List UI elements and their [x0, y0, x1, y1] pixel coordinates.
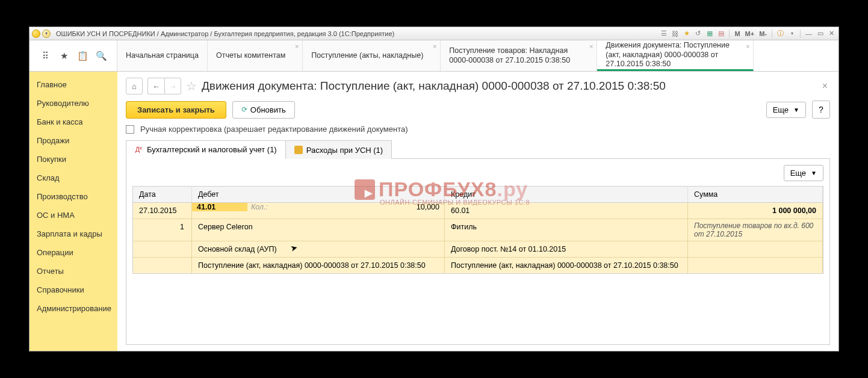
- sidebar-item-sales[interactable]: Продажи: [29, 131, 117, 150]
- main-area: ⌂ ← → ☆ Движения документа: Поступление …: [117, 72, 839, 351]
- sidebar-item-catalogs[interactable]: Справочники: [29, 280, 117, 299]
- tab-reports[interactable]: Отчеты комитентам×: [208, 40, 303, 71]
- panel-more-dropdown-button[interactable]: Еще ▼: [784, 165, 823, 181]
- tab-label: Начальная страница: [126, 51, 199, 61]
- cell-qty-label: Кол.:: [247, 203, 290, 211]
- usn-icon: [294, 146, 303, 154]
- titlebar-icon-1[interactable]: ☰: [659, 29, 668, 38]
- tab-movements[interactable]: Движения документа: Поступление (акт, на…: [597, 40, 754, 71]
- entries-grid: Дата Дебет Кредит Сумма 27.10.2015 41.01…: [132, 186, 823, 274]
- info-dropdown-icon[interactable]: ▾: [787, 29, 796, 38]
- col-date[interactable]: Дата: [133, 187, 192, 202]
- cell-date: 27.10.2015: [133, 203, 192, 218]
- forward-button[interactable]: →: [164, 78, 181, 94]
- col-credit[interactable]: Кредит: [445, 187, 688, 202]
- subtab-label: Расходы при УСН (1): [306, 146, 383, 155]
- tab-label: Поступление товаров: Накладная 0000-0000…: [449, 46, 580, 65]
- sidebar-item-production[interactable]: Производство: [29, 187, 117, 206]
- sidebar-item-warehouse[interactable]: Склад: [29, 169, 117, 187]
- quickbar: ⠿ ★ 📋 🔍: [29, 40, 117, 71]
- sidebar-item-assets[interactable]: ОС и НМА: [29, 206, 117, 225]
- cell-empty: [688, 241, 823, 257]
- subtab-usn[interactable]: Расходы при УСН (1): [285, 140, 392, 159]
- chevron-down-icon: ▼: [811, 170, 817, 176]
- cell-credit-account: 60.01: [445, 203, 688, 218]
- refresh-icon: ⟳: [241, 105, 247, 114]
- tab-close-icon[interactable]: ×: [746, 43, 749, 51]
- window-title: ОШИБКИ УСН И ПОСРЕДНИКИ / Администратор …: [56, 30, 394, 37]
- chevron-down-icon: ▼: [793, 107, 799, 113]
- app-logo-icon: [32, 29, 40, 38]
- sidebar-item-main[interactable]: Главное: [29, 75, 117, 94]
- sidebar-item-manager[interactable]: Руководителю: [29, 94, 117, 113]
- titlebar-icon-2[interactable]: ⛓: [671, 29, 680, 38]
- table-row[interactable]: 27.10.2015 41.01 Кол.: 10,000 60.01 1 00…: [133, 203, 823, 219]
- tab-label: Движения документа: Поступление (акт, на…: [606, 41, 736, 69]
- tab-invoice[interactable]: Поступление товаров: Накладная 0000-0000…: [441, 40, 597, 71]
- info-icon[interactable]: ⓘ: [776, 29, 785, 38]
- tab-close-icon[interactable]: ×: [589, 43, 593, 51]
- manual-edit-checkbox[interactable]: [126, 125, 134, 134]
- more-label: Еще: [773, 105, 789, 114]
- refresh-label: Обновить: [250, 105, 286, 114]
- more-dropdown-button[interactable]: Еще ▼: [766, 102, 806, 118]
- calendar-icon[interactable]: ▤: [716, 29, 725, 38]
- grid-header: Дата Дебет Кредит Сумма: [133, 187, 823, 203]
- table-row[interactable]: Поступление (акт, накладная) 0000-000038…: [133, 258, 823, 273]
- favorite-doc-icon[interactable]: ☆: [186, 79, 197, 93]
- subtab-accounting[interactable]: Дᴷ Бухгалтерский и налоговый учет (1): [126, 140, 286, 159]
- tab-close-icon[interactable]: ×: [295, 43, 299, 51]
- cell-empty: [133, 258, 192, 273]
- window-restore-button[interactable]: ▭: [816, 29, 825, 38]
- favorite-icon[interactable]: ★: [682, 29, 691, 38]
- tab-receipts[interactable]: Поступление (акты, накладные)×: [303, 40, 441, 71]
- col-sum[interactable]: Сумма: [688, 187, 823, 202]
- sidebar-item-hr[interactable]: Зарплата и кадры: [29, 225, 117, 243]
- page-title: Движения документа: Поступление (акт, на…: [202, 79, 815, 93]
- help-button[interactable]: ?: [812, 101, 830, 119]
- search-icon[interactable]: 🔍: [95, 49, 108, 63]
- cell-credit-doc: Поступление (акт, накладная) 0000-000038…: [445, 258, 688, 273]
- memory-m-button[interactable]: М: [733, 30, 741, 37]
- cell-debit-account[interactable]: 41.01: [192, 203, 247, 211]
- sidebar-item-bank[interactable]: Банк и касса: [29, 113, 117, 131]
- tabstrip: Начальная страница Отчеты комитентам× По…: [117, 40, 839, 71]
- cell-qty: 10,000: [290, 203, 444, 211]
- refresh-button[interactable]: ⟳ Обновить: [232, 101, 295, 119]
- panel: Еще ▼ Дата Дебет Кредит Сумма 27.10.2015: [126, 159, 830, 345]
- cell-debit-store: Основной склад (АУП): [192, 241, 445, 257]
- cell-row-num: 1: [133, 219, 192, 241]
- cell-credit-party: Фитиль: [445, 219, 688, 241]
- sidebar-item-purchases[interactable]: Покупки: [29, 150, 117, 169]
- favorites-icon[interactable]: ★: [57, 49, 70, 63]
- window-minimize-button[interactable]: —: [804, 29, 813, 38]
- tab-close-icon[interactable]: ×: [433, 43, 436, 51]
- save-close-button[interactable]: Записать и закрыть: [126, 101, 226, 119]
- sidebar-item-operations[interactable]: Операции: [29, 243, 117, 262]
- table-row[interactable]: Основной склад (АУП) Договор пост. №14 о…: [133, 241, 823, 258]
- table-row[interactable]: 1 Сервер Celeron Фитиль Поступление това…: [133, 219, 823, 241]
- sidebar-item-admin[interactable]: Администрирование: [29, 299, 117, 318]
- sidebar-item-reports[interactable]: Отчеты: [29, 262, 117, 280]
- close-doc-button[interactable]: ×: [820, 81, 830, 91]
- memory-mplus-button[interactable]: М+: [744, 30, 756, 37]
- col-debit[interactable]: Дебет: [192, 187, 445, 202]
- titlebar: ▾ ОШИБКИ УСН И ПОСРЕДНИКИ / Администрато…: [29, 27, 839, 40]
- memory-mminus-button[interactable]: М-: [758, 30, 768, 37]
- cell-sum-note: Поступление товаров по вх.д. 600 от 27.1…: [688, 219, 823, 241]
- window-close-button[interactable]: ✕: [827, 29, 836, 38]
- apps-grid-icon[interactable]: ⠿: [39, 49, 52, 63]
- back-button[interactable]: ←: [147, 78, 164, 94]
- history-icon[interactable]: ↺: [693, 29, 702, 38]
- home-button[interactable]: ⌂: [126, 78, 143, 94]
- calculator-icon[interactable]: ▦: [705, 29, 714, 38]
- cell-debit-doc: Поступление (акт, накладная) 0000-000038…: [192, 258, 445, 273]
- manual-edit-label: Ручная корректировка (разрешает редактир…: [140, 125, 408, 134]
- grid-body: 27.10.2015 41.01 Кол.: 10,000 60.01 1 00…: [133, 203, 823, 273]
- titlebar-dropdown-icon[interactable]: ▾: [42, 29, 51, 38]
- cell-credit-contract: Договор пост. №14 от 01.10.2015: [445, 241, 688, 257]
- clipboard-icon[interactable]: 📋: [76, 49, 89, 63]
- cell-sum: 1 000 000,00: [688, 203, 823, 218]
- cell-empty: [688, 258, 823, 273]
- tab-home[interactable]: Начальная страница: [117, 40, 208, 71]
